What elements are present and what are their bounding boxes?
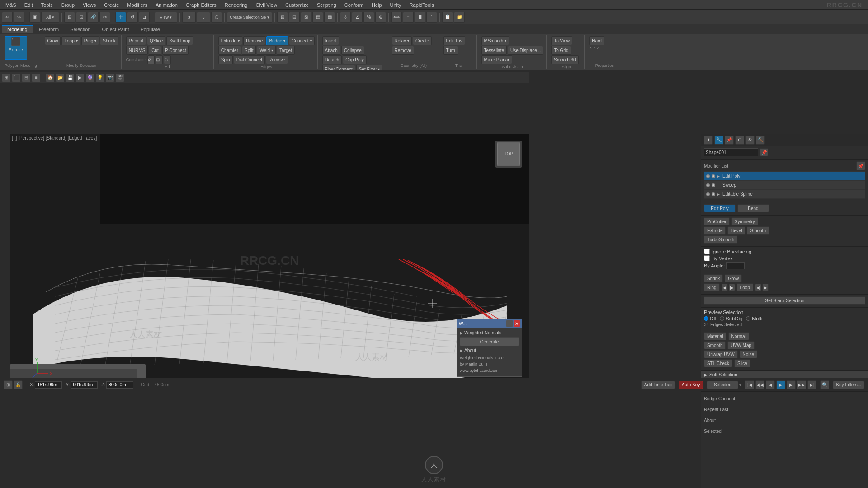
collapse-btn[interactable]: Collapse bbox=[341, 46, 364, 55]
tessellate-btn[interactable]: Tessellate bbox=[481, 46, 507, 55]
snap3d-btn[interactable]: ⊹ bbox=[340, 12, 351, 23]
ignore-backfacing-check[interactable] bbox=[704, 249, 710, 254]
rp-loop-next[interactable]: ▶ bbox=[762, 284, 769, 291]
add-time-tag-btn[interactable]: Add Time Tag bbox=[641, 381, 675, 389]
rp-create-icon[interactable]: ✦ bbox=[704, 136, 713, 145]
remove-btn[interactable]: Remove bbox=[243, 36, 265, 45]
rp-loop-prev[interactable]: ◀ bbox=[755, 284, 761, 291]
key-filters-btn[interactable]: Key Filters... bbox=[833, 381, 864, 389]
layer2-btn[interactable]: 📁 bbox=[454, 12, 465, 23]
rp-ring-next[interactable]: ▶ bbox=[729, 284, 735, 291]
rp-utilities-icon[interactable]: 🔨 bbox=[756, 136, 765, 145]
use-displace-btn[interactable]: Use Displace... bbox=[508, 46, 543, 55]
mod-spline-render[interactable]: ● bbox=[712, 192, 715, 196]
rp-smooth2-btn[interactable]: Smooth bbox=[747, 226, 769, 235]
weld-btn[interactable]: Weld ▾ bbox=[257, 46, 276, 55]
menu-item-tools[interactable]: Tools bbox=[38, 1, 57, 9]
to-view-btn[interactable]: To View bbox=[551, 36, 572, 45]
rp-ring-prev[interactable]: ◀ bbox=[722, 284, 728, 291]
rp-unwrap-btn[interactable]: Unwrap UVW bbox=[704, 350, 738, 358]
p-connect-btn[interactable]: P Connect bbox=[162, 46, 189, 55]
layer-btn[interactable]: 📋 bbox=[442, 12, 453, 23]
snap-btn[interactable]: ⊞ bbox=[64, 12, 75, 23]
nurms-btn[interactable]: NURMS bbox=[126, 46, 148, 55]
wn-about-header[interactable]: ▶ About bbox=[460, 348, 519, 353]
nav-cube[interactable]: TOP bbox=[493, 138, 524, 170]
rp-display-icon[interactable]: 👁 bbox=[745, 136, 755, 145]
mod-spline-visibility[interactable]: ● bbox=[706, 192, 710, 196]
menu-item-views[interactable]: Views bbox=[79, 1, 99, 9]
rp-normal-btn[interactable]: Normal bbox=[728, 332, 749, 340]
tab-selection[interactable]: Selection bbox=[65, 25, 96, 33]
snap2-btn[interactable]: ⊡ bbox=[76, 12, 87, 23]
rotate-btn[interactable]: ↺ bbox=[127, 12, 138, 23]
pb-end-btn[interactable]: ▶| bbox=[807, 380, 816, 389]
tab-object-paint[interactable]: Object Paint bbox=[97, 25, 135, 33]
viewport-layout3-btn[interactable]: ⊠ bbox=[301, 12, 311, 23]
rp-grow-btn[interactable]: Grow bbox=[725, 274, 742, 282]
bottom-icon1[interactable]: ⊞ bbox=[4, 380, 13, 389]
pb-prev-frame-btn[interactable]: ◀ bbox=[766, 380, 775, 389]
target-btn[interactable]: Target bbox=[277, 46, 295, 55]
remove-geo-btn[interactable]: Remove bbox=[392, 46, 414, 55]
angle-snap-btn[interactable]: ∠ bbox=[352, 12, 363, 23]
selected-dropdown-btn[interactable]: Selected bbox=[707, 381, 738, 389]
shape-name-input[interactable] bbox=[704, 148, 758, 156]
array-btn[interactable]: ⋮ bbox=[426, 12, 437, 23]
mod-sweep-visibility[interactable]: ● bbox=[706, 183, 710, 187]
pb-start-btn[interactable]: |◀ bbox=[745, 380, 754, 389]
mirror-btn[interactable]: ⟺ bbox=[391, 12, 402, 23]
rp-symmetry-btn[interactable]: Symmetry bbox=[731, 217, 758, 225]
connect-btn-ribbon[interactable]: Connect ▾ bbox=[289, 36, 314, 45]
rp-modify-icon[interactable]: 🔧 bbox=[714, 136, 723, 145]
mod-sweep-render[interactable]: ● bbox=[712, 183, 715, 187]
menu-item-group[interactable]: Group bbox=[57, 1, 79, 9]
coord-y-value[interactable]: 901s.99m bbox=[71, 381, 98, 389]
menu-item-help[interactable]: Help bbox=[368, 1, 386, 9]
rp-noise-btn[interactable]: Noise bbox=[740, 350, 758, 358]
spinner-snap-btn[interactable]: ⊕ bbox=[375, 12, 386, 23]
menu-item-scripting[interactable]: Scripting bbox=[313, 1, 340, 9]
rp-edit-poly-btn[interactable]: Edit Poly bbox=[704, 204, 736, 212]
msmooth-btn[interactable]: MSmooth ▾ bbox=[481, 36, 509, 45]
rp-uvw-map-btn[interactable]: UVW Map bbox=[727, 341, 755, 349]
loop-btn-ribbon[interactable]: Loop ▾ bbox=[61, 36, 80, 45]
wn-section-header[interactable]: ▶ Weighted Normals bbox=[460, 330, 519, 335]
menu-item-graph-editors[interactable]: Graph Editors bbox=[182, 1, 220, 9]
cut-btn[interactable]: Cut bbox=[149, 46, 161, 55]
coord-x-value[interactable]: 151s.99m bbox=[35, 381, 62, 389]
tab-modeling[interactable]: Modeling bbox=[2, 25, 33, 33]
modifier-sweep[interactable]: ● ● Sweep bbox=[704, 181, 865, 190]
viewport-layout4-btn[interactable]: ▤ bbox=[312, 12, 323, 23]
tab-freeform[interactable]: Freeform bbox=[33, 25, 65, 33]
menu-item-civil-view[interactable]: Civil View bbox=[252, 1, 280, 9]
link-btn[interactable]: 🔗 bbox=[88, 12, 99, 23]
edit-tris-btn[interactable]: Edit Tris bbox=[443, 36, 465, 45]
menu-item-rendering[interactable]: Rendering bbox=[221, 1, 251, 9]
wn-generate-btn[interactable]: Generate bbox=[460, 337, 519, 346]
rp-slice2-btn[interactable]: Slice bbox=[734, 359, 750, 367]
edit-poly-btn[interactable]: ⬛ Extrude bbox=[5, 36, 27, 60]
view-cube-btn[interactable]: View ▾ bbox=[155, 12, 177, 23]
rp-stl-check-btn[interactable]: STL Check bbox=[704, 359, 732, 367]
menu-item-ms[interactable]: M&S bbox=[2, 1, 20, 9]
redo-btn[interactable]: ↪ bbox=[14, 12, 24, 23]
split-btn[interactable]: Split bbox=[242, 46, 256, 55]
menu-item-customize[interactable]: Customize bbox=[282, 1, 312, 9]
rp-extrude2-btn[interactable]: Extrude bbox=[704, 226, 726, 235]
by-vertex-check[interactable] bbox=[704, 255, 710, 261]
viewport-layout5-btn[interactable]: ▦ bbox=[324, 12, 335, 23]
rp-loop-btn[interactable]: Loop bbox=[737, 283, 753, 291]
rp-turbo-btn[interactable]: TurboSmooth bbox=[704, 235, 737, 244]
get-stack-btn[interactable]: Get Stack Selection bbox=[704, 296, 865, 305]
select-btn[interactable]: ▣ bbox=[29, 12, 40, 23]
rp-procutter-btn[interactable]: ProCutter bbox=[704, 217, 730, 225]
auto-key-btn[interactable]: Auto Key bbox=[679, 381, 703, 389]
wire-btn[interactable]: ⬡ bbox=[211, 12, 222, 23]
wn-close-btn[interactable]: ✕ bbox=[514, 320, 520, 327]
unlink-btn[interactable]: ✂ bbox=[99, 12, 110, 23]
wn-titlebar[interactable]: W... _ ✕ bbox=[457, 319, 522, 328]
rp-bevel-btn[interactable]: Bevel bbox=[727, 226, 745, 235]
mod-visibility-icon[interactable]: ● bbox=[706, 174, 710, 178]
modifier-pin-btn[interactable]: 📌 bbox=[856, 161, 865, 170]
